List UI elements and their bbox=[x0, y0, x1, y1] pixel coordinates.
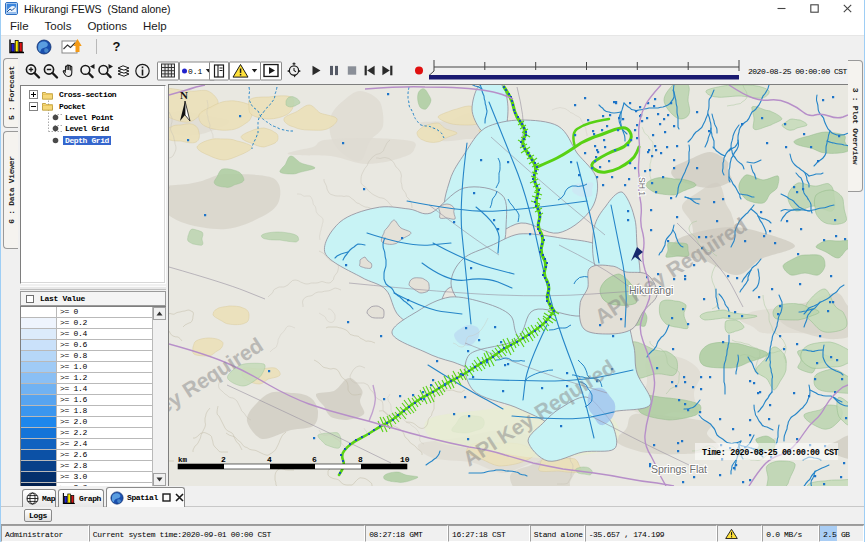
layers-icon[interactable] bbox=[115, 61, 134, 80]
legend-label: >= 2.0 bbox=[57, 417, 152, 427]
status-text: 16:27:18 CST bbox=[452, 529, 505, 538]
menu-help[interactable]: Help bbox=[135, 20, 175, 32]
status-cell-gmt-time: 08:27:18 GMT bbox=[365, 525, 448, 542]
import-status-icon[interactable] bbox=[61, 37, 82, 56]
last-frame-icon[interactable] bbox=[378, 61, 397, 80]
maximize-button[interactable] bbox=[798, 0, 831, 17]
tree-item-cross-section[interactable]: Cross-section bbox=[21, 89, 165, 100]
tab-spatial[interactable]: Spatial bbox=[106, 487, 185, 507]
legend-scrollbar[interactable] bbox=[152, 307, 166, 486]
tree-item-level-grid[interactable]: Level Grid bbox=[21, 123, 165, 134]
minimize-button[interactable] bbox=[765, 0, 798, 17]
bottom-tab-bar: Map Graph Spatial bbox=[1, 486, 864, 507]
legend-label: >= 0.6 bbox=[57, 340, 152, 350]
legend-swatch bbox=[21, 417, 57, 427]
legend-swatch bbox=[21, 362, 57, 372]
zoom-previous-icon[interactable] bbox=[78, 61, 97, 80]
pause-icon[interactable] bbox=[324, 61, 343, 80]
zoom-out-icon[interactable] bbox=[41, 61, 60, 80]
legend-row[interactable]: >= 2.2 bbox=[21, 428, 152, 439]
legend-row[interactable]: >= 0.8 bbox=[21, 351, 152, 362]
close-tab-icon[interactable] bbox=[175, 493, 184, 502]
legend-row[interactable]: >= 2.4 bbox=[21, 439, 152, 450]
logs-button[interactable]: Logs bbox=[24, 509, 52, 522]
menu-bar: File Tools Options Help bbox=[1, 17, 864, 36]
main-content: 5 : Forecast 6 : Data Viewer 3 : Plot Ov… bbox=[1, 84, 864, 486]
legend-row[interactable]: >= 1.2 bbox=[21, 373, 152, 384]
status-text: Stand alone bbox=[534, 529, 583, 538]
tab-label: Graph bbox=[79, 494, 101, 503]
map-time-label: Time: 2020-08-25 00:00:00 CST bbox=[695, 443, 839, 460]
legend-label: >= 2.6 bbox=[57, 450, 152, 460]
restore-icon[interactable] bbox=[162, 493, 171, 502]
map-display-icon[interactable] bbox=[34, 37, 53, 56]
tree-expander-icon[interactable] bbox=[29, 90, 38, 99]
menu-file[interactable]: File bbox=[2, 20, 37, 32]
status-text: 2.5 GB bbox=[823, 529, 850, 538]
legend-swatch bbox=[21, 329, 57, 339]
first-frame-icon[interactable] bbox=[360, 61, 379, 80]
legend-row[interactable]: >= 3.0 bbox=[21, 472, 152, 483]
tab-graph[interactable]: Graph bbox=[58, 489, 104, 507]
help-button[interactable]: ? bbox=[107, 37, 126, 56]
warning-threshold-button[interactable] bbox=[229, 61, 261, 80]
dropdown-caret-icon bbox=[251, 68, 258, 74]
tree-item-depth-grid[interactable]: Depth Grid bbox=[21, 135, 165, 146]
sidebar-tab-label: 6 : Data Viewer bbox=[7, 156, 16, 224]
map-canvas[interactable]: API Key Required API Key Required API Ke… bbox=[169, 85, 848, 486]
sidebar-tab-data-viewer[interactable]: 6 : Data Viewer bbox=[3, 131, 18, 249]
exit-door-button[interactable] bbox=[209, 61, 229, 80]
stop-icon[interactable] bbox=[342, 61, 361, 80]
close-button[interactable] bbox=[831, 0, 864, 17]
legend-row[interactable]: >= 0.2 bbox=[21, 318, 152, 329]
tree-item-label: Level Grid bbox=[63, 124, 111, 133]
legend-swatch bbox=[21, 395, 57, 405]
menu-options[interactable]: Options bbox=[79, 20, 135, 32]
app-icon bbox=[5, 2, 18, 15]
last-value-label: Last Value bbox=[40, 294, 85, 303]
time-settings-icon[interactable] bbox=[284, 61, 303, 80]
database-display-icon[interactable] bbox=[7, 37, 26, 56]
play-icon[interactable] bbox=[306, 61, 325, 80]
tree-item-pocket[interactable]: Pocket bbox=[21, 100, 165, 111]
legend-row[interactable]: >= 0 bbox=[21, 307, 152, 318]
tree-item-label: Cross-section bbox=[57, 90, 118, 99]
grid-display-button[interactable] bbox=[157, 61, 179, 80]
legend-row[interactable]: >= 0.4 bbox=[21, 329, 152, 340]
legend-row[interactable]: >= 1.4 bbox=[21, 384, 152, 395]
tree-expander-icon[interactable] bbox=[29, 102, 38, 111]
tab-map[interactable]: Map bbox=[22, 489, 56, 507]
legend-row[interactable]: >= 1.8 bbox=[21, 406, 152, 417]
legend-row[interactable]: >= 1.0 bbox=[21, 362, 152, 373]
last-value-row: Last Value bbox=[20, 291, 166, 306]
legend-row[interactable]: >= 1.6 bbox=[21, 395, 152, 406]
legend-row[interactable]: >= 0.6 bbox=[21, 340, 152, 351]
last-value-checkbox[interactable] bbox=[26, 295, 34, 303]
menu-tools[interactable]: Tools bbox=[37, 20, 80, 32]
map-label-hikurangi: Hikurangi bbox=[629, 284, 673, 296]
main-toolbar: ? bbox=[1, 36, 864, 57]
globe-wire-icon bbox=[26, 492, 39, 505]
legend-row[interactable]: >= 2.0 bbox=[21, 417, 152, 428]
panel-splitter[interactable] bbox=[20, 286, 166, 290]
legend-swatch bbox=[21, 351, 57, 361]
info-icon[interactable] bbox=[133, 61, 152, 80]
tree-item-level-point[interactable]: Level Point bbox=[21, 112, 165, 123]
legend-row[interactable]: >= 2.6 bbox=[21, 450, 152, 461]
scale-tick-label: 6 bbox=[312, 455, 317, 464]
zoom-in-icon[interactable] bbox=[23, 61, 42, 80]
map-view[interactable]: API Key Required API Key Required API Ke… bbox=[168, 84, 848, 486]
legend-row[interactable]: >= 2.8 bbox=[21, 461, 152, 472]
scroll-down-icon[interactable] bbox=[153, 473, 166, 486]
legend-label: >= 3.0 bbox=[57, 472, 152, 482]
scroll-up-icon[interactable] bbox=[153, 307, 166, 320]
window-title: Hikurangi FEWS (Stand alone) bbox=[24, 3, 170, 15]
zoom-next-icon[interactable] bbox=[96, 61, 115, 80]
time-slider[interactable] bbox=[425, 60, 743, 84]
bullet-icon bbox=[52, 137, 59, 144]
pan-icon[interactable] bbox=[59, 61, 78, 80]
sidebar-tab-forecast[interactable]: 5 : Forecast bbox=[3, 58, 18, 128]
sidebar-tab-plot-overview[interactable]: 3 : Plot Overview bbox=[848, 60, 863, 192]
status-text: 08:27:18 GMT bbox=[369, 529, 422, 538]
animation-dialog-button[interactable] bbox=[260, 61, 282, 80]
